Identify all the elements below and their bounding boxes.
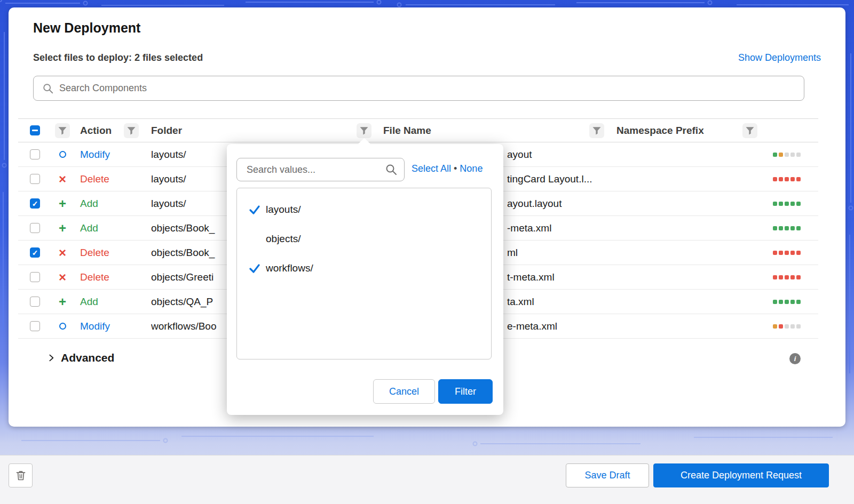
action-label: Add xyxy=(80,296,151,308)
checkbox-filter-icon[interactable] xyxy=(55,123,70,138)
namespace-prefix-cell xyxy=(761,275,818,279)
row-checkbox[interactable] xyxy=(30,247,40,258)
filter-options-list: layouts/ objects/ workflows/ xyxy=(236,188,492,359)
show-deployments-link[interactable]: Show Deployments xyxy=(738,52,821,63)
advanced-toggle[interactable]: Advanced xyxy=(47,351,114,364)
subheader: Select files to deploy: 2 files selected… xyxy=(33,52,821,63)
namespace-prefix-cell xyxy=(761,177,818,181)
action-label: Delete xyxy=(80,271,151,283)
filter-option-label: workflows/ xyxy=(266,262,313,274)
row-checkbox[interactable] xyxy=(30,198,40,209)
cancel-button[interactable]: Cancel xyxy=(373,379,435,404)
namespace-prefix-cell xyxy=(761,153,818,157)
namespace-prefix-cell xyxy=(761,324,818,329)
add-icon xyxy=(59,197,66,210)
search-icon xyxy=(385,163,398,176)
add-icon xyxy=(59,295,66,308)
advanced-label: Advanced xyxy=(61,351,114,364)
action-filter-icon[interactable] xyxy=(124,123,139,138)
namespace-prefix-cell xyxy=(761,202,818,206)
check-icon xyxy=(248,262,261,275)
popup-actions: Cancel Filter xyxy=(373,379,493,404)
footer-buttons: Save Draft Create Deployment Request xyxy=(566,463,829,487)
select-none-link[interactable]: None xyxy=(460,163,483,174)
row-checkbox[interactable] xyxy=(30,149,40,159)
select-links: Select All•None xyxy=(412,163,483,174)
row-checkbox[interactable] xyxy=(30,321,40,331)
add-icon xyxy=(59,222,66,235)
table-header-row: Action Folder File Name Namespace Prefix xyxy=(18,118,818,142)
namespace-filter-icon[interactable] xyxy=(742,123,757,138)
row-checkbox[interactable] xyxy=(30,272,40,282)
link-separator: • xyxy=(454,163,457,174)
search-components-box[interactable] xyxy=(33,76,804,101)
namespace-prefix-cell xyxy=(761,251,818,255)
chevron-right-icon xyxy=(47,353,56,363)
row-checkbox[interactable] xyxy=(30,174,40,184)
action-label: Modify xyxy=(80,149,151,161)
filter-option[interactable]: layouts/ xyxy=(237,195,491,224)
check-icon xyxy=(248,203,261,216)
selection-summary: Select files to deploy: 2 files selected xyxy=(33,52,203,63)
delete-icon xyxy=(59,173,66,186)
info-icon[interactable]: i xyxy=(789,353,801,364)
namespace-prefix-cell xyxy=(761,300,818,304)
funnel-icon xyxy=(126,125,137,136)
filter-option-label: objects/ xyxy=(266,233,301,245)
funnel-icon xyxy=(57,125,68,136)
delete-icon xyxy=(59,271,66,284)
column-header-namespace: Namespace Prefix xyxy=(616,125,704,137)
column-header-folder: Folder xyxy=(151,125,182,137)
search-components-input[interactable] xyxy=(59,83,804,94)
action-label: Add xyxy=(80,198,151,210)
select-all-checkbox[interactable] xyxy=(30,125,40,135)
trash-icon xyxy=(15,470,26,482)
page-title: New Deployment xyxy=(33,20,140,36)
namespace-prefix-cell xyxy=(761,226,818,230)
filter-button[interactable]: Filter xyxy=(438,379,493,404)
filter-option-label: layouts/ xyxy=(266,204,301,215)
create-deployment-request-button[interactable]: Create Deployment Request xyxy=(653,463,829,487)
action-label: Delete xyxy=(80,247,151,259)
modify-icon xyxy=(59,323,66,330)
funnel-icon xyxy=(745,125,755,136)
delete-icon xyxy=(59,246,66,259)
filter-search-input[interactable] xyxy=(247,164,385,175)
save-draft-button[interactable]: Save Draft xyxy=(566,463,649,487)
action-label: Add xyxy=(80,222,151,234)
funnel-icon xyxy=(591,125,602,136)
row-checkbox[interactable] xyxy=(30,223,40,233)
folder-filter-popup: Select All•None layouts/ objects/ xyxy=(227,144,503,415)
action-label: Modify xyxy=(80,321,151,332)
filter-option[interactable]: objects/ xyxy=(237,224,491,253)
select-all-link[interactable]: Select All xyxy=(412,163,451,174)
folder-filter-icon[interactable] xyxy=(357,123,371,138)
delete-deployment-button[interactable] xyxy=(9,463,33,487)
file-name-filter-icon[interactable] xyxy=(589,123,604,138)
filter-search-box[interactable] xyxy=(236,158,405,181)
search-icon xyxy=(42,83,54,94)
row-checkbox[interactable] xyxy=(30,297,40,307)
column-header-file-name: File Name xyxy=(383,125,431,137)
action-label: Delete xyxy=(80,173,151,185)
footer-action-bar: Save Draft Create Deployment Request xyxy=(0,455,854,504)
modify-icon xyxy=(59,151,66,158)
filter-option[interactable]: workflows/ xyxy=(237,253,491,283)
funnel-icon xyxy=(359,125,369,136)
column-header-action: Action xyxy=(80,125,112,137)
